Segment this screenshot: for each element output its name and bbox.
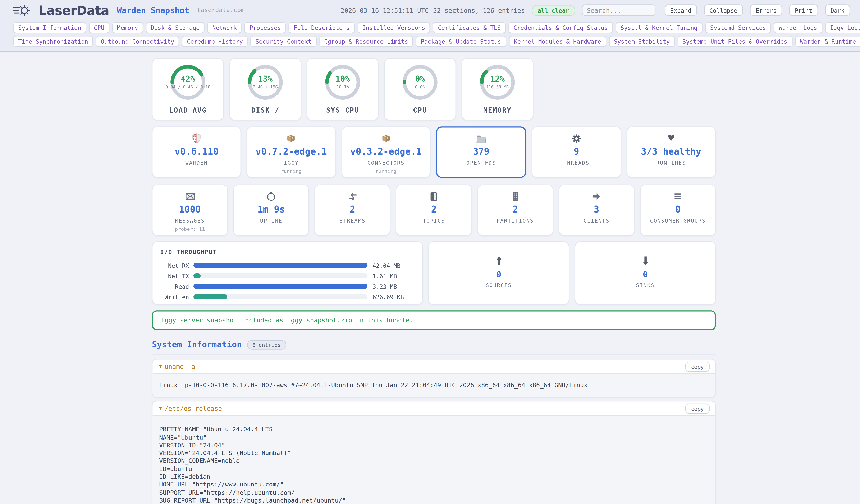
gauge-card-cpu[interactable]: 0% 0.0% CPU — [384, 58, 456, 120]
gear-icon — [532, 133, 620, 144]
consumer-groups-value: 0 — [641, 204, 715, 215]
nav-chip[interactable]: Warden & Runtime Info — [795, 36, 860, 47]
card-runtimes[interactable]: ♥ 3/3 healthy RUNTIMES — [627, 127, 716, 178]
nav-chip[interactable]: Disk & Storage — [146, 22, 204, 33]
card-label: UPTIME — [234, 218, 309, 224]
card-partitions[interactable]: 2 PARTITIONS — [477, 184, 553, 236]
errors-button[interactable]: Errors — [750, 4, 782, 16]
warden-version: v0.6.110 — [153, 146, 241, 157]
entry-title: uname -a — [164, 362, 685, 370]
copy-button[interactable]: copy — [685, 403, 710, 414]
nav-chip[interactable]: Security Context — [250, 36, 316, 47]
io-bar-track — [194, 273, 368, 278]
io-bar-track — [194, 284, 368, 289]
card-label: MESSAGES — [153, 218, 227, 224]
gauge-percent: 13% — [258, 75, 273, 84]
card-iggy[interactable]: v0.7.2-edge.1 IGGY running — [247, 127, 336, 178]
gauge-card-load-avg[interactable]: 42% 0.84 / 0.46 / 0.18 LOAD AVG — [152, 58, 224, 120]
snapshot-banner: Iggy server snapshot included as iggy_sn… — [152, 310, 716, 330]
print-button[interactable]: Print — [789, 4, 818, 16]
gauge-card-memory[interactable]: 12% 116.68 MB MEMORY — [462, 58, 533, 120]
runtimes-value: 3/3 healthy — [627, 146, 715, 157]
clients-value: 3 — [559, 204, 634, 215]
card-sinks[interactable]: 0 SINKS — [575, 241, 716, 305]
card-clients[interactable]: 3 CLIENTS — [559, 184, 634, 236]
io-line-written: Written 626.69 KB — [160, 292, 415, 302]
nav-chip[interactable]: Processes — [244, 22, 286, 33]
nav-chip[interactable]: Credentials & Config Status — [508, 22, 613, 33]
connectors-version: v0.3.2-edge.1 — [342, 146, 430, 157]
entry-uname: ▼ uname -a copy Linux ip-10-0-0-116 6.17… — [152, 359, 716, 398]
nav-chip[interactable]: Sysctl & Kernel Tuning — [616, 22, 702, 33]
gauge-card-sys-cpu[interactable]: 10% 10.1% SYS CPU — [307, 58, 379, 120]
entry-content: PRETTY_NAME="Ubuntu 24.04.4 LTS" NAME="U… — [153, 416, 715, 504]
nav-chip[interactable]: Kernel Modules & Hardware — [509, 36, 606, 47]
nav-chip[interactable]: Certificates & TLS — [433, 22, 506, 33]
partitions-value: 2 — [478, 204, 553, 215]
card-sources[interactable]: 0 SOURCES — [428, 241, 569, 305]
collapse-triangle-icon: ▼ — [159, 364, 162, 369]
dark-mode-button[interactable]: Dark — [825, 4, 850, 16]
card-status: running — [247, 168, 335, 174]
io-bar-fill — [194, 263, 368, 268]
io-bar-fill — [194, 294, 227, 299]
io-bar-fill — [194, 273, 200, 278]
status-badge: all clear — [532, 4, 575, 16]
entry-header[interactable]: ▼ uname -a copy — [153, 359, 715, 374]
arrow-down-icon — [575, 256, 715, 266]
io-row: I/O THROUGHPUT Net RX 42.04 MB Net TX 1.… — [152, 241, 716, 305]
nav-chip[interactable]: Systemd Unit Files & Overrides — [678, 36, 792, 47]
gauge-card-disk[interactable]: 13% 2.4G / 19G DISK / — [229, 58, 301, 120]
card-connectors[interactable]: v0.3.2-edge.1 CONNECTORS running — [341, 127, 430, 178]
package-icon — [247, 133, 335, 144]
card-uptime[interactable]: 1m 9s UPTIME — [233, 184, 309, 236]
nav-chip[interactable]: Installed Versions — [357, 22, 430, 33]
entry-header[interactable]: ▼ /etc/os-release copy — [153, 402, 715, 416]
expand-button[interactable]: Expand — [665, 4, 697, 16]
nav-chip[interactable]: System Information — [13, 22, 86, 33]
nav-chip[interactable]: Network — [207, 22, 242, 33]
nav-chip[interactable]: Iggy Logs — [825, 22, 860, 33]
streams-icon — [315, 191, 390, 202]
sections-summary: 32 sections, 126 entries — [433, 6, 525, 14]
search-input[interactable] — [582, 4, 655, 16]
stopwatch-icon — [234, 191, 309, 202]
gauge-label: MEMORY — [462, 106, 533, 114]
nav-chip[interactable]: Warden Logs — [774, 22, 822, 33]
card-topics[interactable]: 2 TOPICS — [396, 184, 472, 236]
card-label: SOURCES — [429, 282, 569, 288]
io-line-net-rx: Net RX 42.04 MB — [160, 260, 415, 271]
card-status: running — [342, 168, 430, 174]
card-threads[interactable]: 9 THREADS — [532, 127, 621, 178]
gauge-detail: 116.68 MB — [486, 85, 508, 90]
nav-scrollbar[interactable] — [0, 51, 860, 53]
nav-chip[interactable]: Package & Update Status — [416, 36, 506, 47]
copy-button[interactable]: copy — [685, 361, 710, 372]
sources-value: 0 — [429, 269, 569, 280]
nav-chip[interactable]: Systemd Services — [705, 22, 771, 33]
nav-chip[interactable]: Cgroup & Resource Limits — [319, 36, 413, 47]
collapse-button[interactable]: Collapse — [704, 4, 743, 16]
card-streams[interactable]: 2 STREAMS — [315, 184, 390, 236]
nav-chip[interactable]: Memory — [112, 22, 143, 33]
folder-icon — [437, 133, 525, 144]
nav-chip[interactable]: Time Synchronization — [13, 36, 93, 47]
card-consumer-groups[interactable]: 0 CONSUMER GROUPS — [640, 184, 716, 236]
brand-domain: laserdata.com — [197, 7, 245, 14]
nav-row-1: System Information CPU Memory Disk & Sto… — [13, 22, 849, 33]
card-label: TOPICS — [397, 218, 471, 224]
streams-value: 2 — [315, 204, 390, 215]
open-fds-value: 379 — [437, 146, 525, 157]
arrow-right-icon — [559, 191, 634, 202]
sinks-value: 0 — [575, 269, 715, 280]
stat-card-row: 1000 MESSAGES prober: 11 1m 9s — [152, 184, 716, 236]
nav-chip[interactable]: Outbound Connectivity — [96, 36, 179, 47]
nav-chip[interactable]: System Stability — [609, 36, 675, 47]
card-messages[interactable]: 1000 MESSAGES prober: 11 — [152, 184, 228, 236]
card-warden[interactable]: v0.6.110 WARDEN — [152, 127, 241, 178]
card-open-fds[interactable]: 379 OPEN FDS — [436, 127, 527, 178]
nav-chip[interactable]: File Descriptors — [289, 22, 355, 33]
warden-snapshot-page: LaserData Warden Snapshot laserdata.com … — [0, 0, 860, 504]
nav-chip[interactable]: Coredump History — [182, 36, 248, 47]
nav-chip[interactable]: CPU — [89, 22, 110, 33]
